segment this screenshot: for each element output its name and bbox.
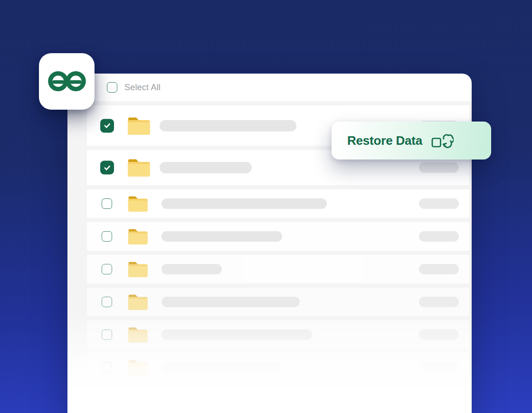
page-background: Select All bbox=[0, 0, 532, 413]
row-checkbox[interactable] bbox=[102, 297, 112, 307]
checkmark-icon bbox=[103, 163, 112, 172]
row-checkbox[interactable] bbox=[100, 119, 114, 132]
file-meta-placeholder bbox=[419, 362, 459, 373]
cloud-restore-icon bbox=[431, 131, 454, 150]
file-name-placeholder bbox=[160, 162, 252, 173]
folder-icon bbox=[127, 158, 151, 178]
row-checkbox[interactable] bbox=[102, 362, 112, 373]
file-name-placeholder bbox=[162, 231, 282, 242]
file-row[interactable] bbox=[87, 353, 469, 382]
file-name-placeholder bbox=[162, 329, 312, 340]
file-name-placeholder bbox=[162, 297, 300, 307]
file-meta-placeholder bbox=[419, 297, 459, 307]
file-meta-placeholder bbox=[419, 162, 459, 173]
file-name-placeholder bbox=[162, 264, 222, 274]
file-meta-placeholder bbox=[419, 198, 459, 209]
folder-icon bbox=[127, 195, 148, 212]
file-meta-placeholder bbox=[419, 231, 459, 242]
folder-icon bbox=[127, 359, 148, 376]
list-header: Select All bbox=[67, 74, 472, 101]
row-checkbox[interactable] bbox=[102, 231, 112, 242]
checkmark-icon bbox=[103, 121, 112, 130]
folder-icon bbox=[127, 228, 148, 245]
file-meta-placeholder bbox=[419, 264, 459, 274]
folder-icon bbox=[127, 293, 148, 310]
row-checkbox[interactable] bbox=[102, 329, 112, 340]
infinity-loops-logo-icon bbox=[46, 68, 88, 94]
select-all-checkbox[interactable] bbox=[107, 82, 117, 93]
restore-data-label: Restore Data bbox=[347, 133, 422, 148]
file-row[interactable] bbox=[87, 320, 469, 349]
folder-icon bbox=[127, 261, 148, 278]
file-name-placeholder bbox=[162, 362, 281, 373]
row-checkbox[interactable] bbox=[102, 198, 112, 209]
row-checkbox[interactable] bbox=[100, 161, 114, 175]
file-row[interactable] bbox=[87, 255, 469, 283]
select-all-label: Select All bbox=[124, 83, 161, 93]
file-name-placeholder bbox=[162, 198, 327, 209]
file-meta-placeholder bbox=[419, 329, 459, 340]
restore-data-button[interactable]: Restore Data bbox=[332, 122, 491, 160]
brand-badge bbox=[39, 53, 95, 110]
folder-icon bbox=[127, 326, 148, 343]
row-checkbox[interactable] bbox=[102, 264, 112, 274]
file-row[interactable] bbox=[87, 288, 469, 316]
file-name-placeholder bbox=[160, 120, 296, 131]
file-row[interactable] bbox=[87, 222, 469, 251]
file-row[interactable] bbox=[87, 189, 469, 218]
folder-icon bbox=[127, 116, 151, 135]
